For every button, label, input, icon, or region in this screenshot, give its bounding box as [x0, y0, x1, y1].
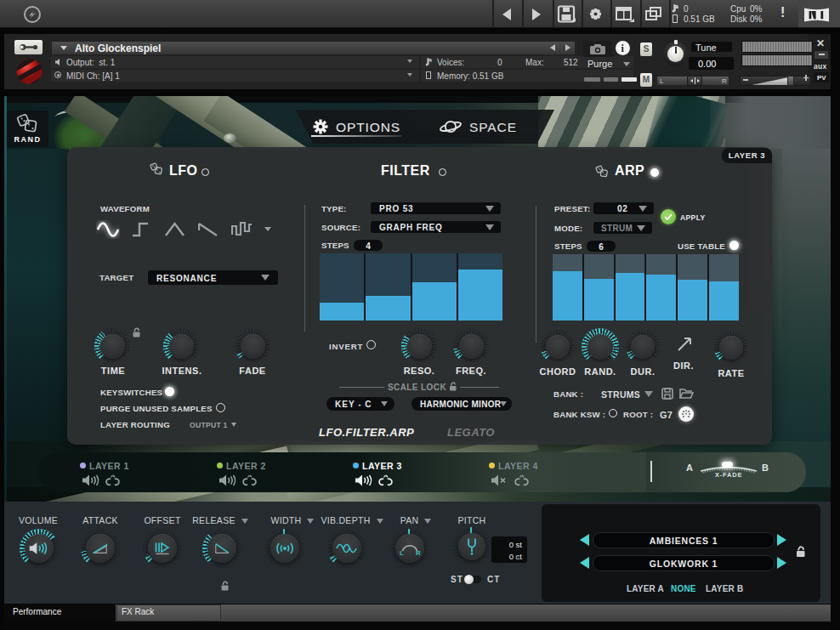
svg-text:R: R — [416, 549, 421, 556]
svg-text:L: L — [400, 549, 404, 556]
